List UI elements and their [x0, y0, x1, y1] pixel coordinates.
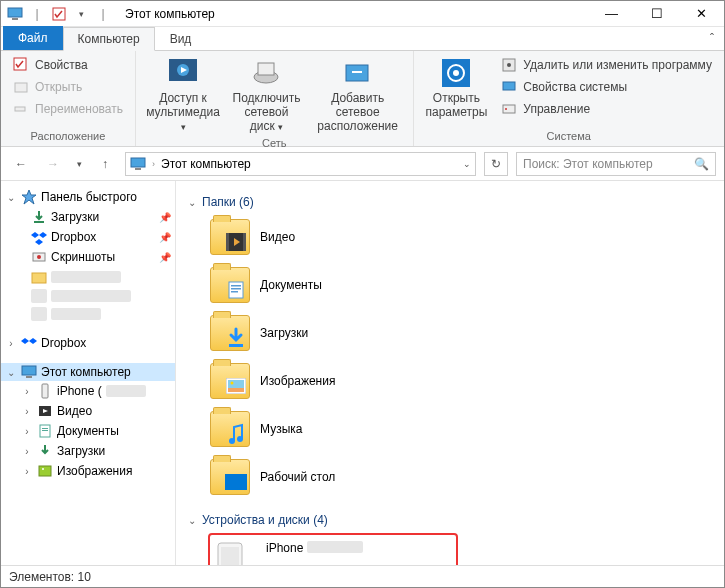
sidebar-iphone[interactable]: › iPhone (: [1, 381, 175, 401]
netdrive-icon: [250, 57, 282, 89]
section-folders[interactable]: ⌄ Папки (6): [188, 189, 712, 215]
sidebar-dropbox-root[interactable]: › Dropbox: [1, 333, 175, 353]
tab-computer[interactable]: Компьютер: [63, 27, 155, 51]
properties-icon: [13, 57, 29, 73]
ribbon-group-network: Доступ кмультимедиа ▾ Подключитьсетевой …: [136, 51, 414, 146]
sidebar-hidden3[interactable]: [1, 305, 175, 323]
qat-properties-icon[interactable]: [49, 4, 69, 24]
svg-rect-21: [131, 158, 145, 167]
addlocation-label: Добавить сетевоерасположение: [315, 92, 401, 133]
search-icon: 🔍: [694, 157, 709, 171]
minimize-button[interactable]: —: [589, 1, 634, 27]
svg-rect-30: [32, 273, 46, 283]
sidebar-item-label: Панель быстрого: [41, 190, 137, 204]
svg-marker-25: [31, 232, 39, 238]
folder-pictures[interactable]: Изображения: [208, 359, 458, 403]
thispc-icon[interactable]: [5, 4, 25, 24]
statusbar-text: Элементов: 10: [9, 570, 91, 584]
sidebar-dropbox[interactable]: Dropbox 📌: [1, 227, 175, 247]
quick-access-toolbar: | ▾ |: [1, 4, 117, 24]
device-label: iPhone: [266, 541, 363, 555]
breadcrumb[interactable]: › Этот компьютер ⌄: [125, 152, 476, 176]
sidebar-item-label: Dropbox: [41, 336, 86, 350]
svg-rect-53: [228, 380, 244, 388]
screenshot-icon: [31, 249, 47, 265]
svg-marker-32: [29, 338, 37, 344]
folder-label: Рабочий стол: [260, 470, 335, 484]
rename-icon: [13, 101, 29, 117]
folder-icon: [31, 289, 47, 303]
breadcrumb-dropdown-icon[interactable]: ⌄: [463, 159, 471, 169]
svg-rect-34: [26, 376, 32, 378]
statusbar: Элементов: 10: [1, 565, 724, 587]
svg-marker-31: [21, 338, 29, 344]
close-button[interactable]: ✕: [679, 1, 724, 27]
media-access-button[interactable]: Доступ кмультимедиа ▾: [144, 55, 222, 135]
refresh-button[interactable]: ↻: [484, 152, 508, 176]
star-icon: [21, 189, 37, 205]
back-button[interactable]: ←: [9, 152, 33, 176]
sidebar-videos[interactable]: › Видео: [1, 401, 175, 421]
section-label: Папки (6): [202, 195, 254, 209]
tab-view[interactable]: Вид: [155, 27, 207, 50]
sysprops-button[interactable]: Свойства системы: [497, 77, 716, 97]
device-iphone[interactable]: iPhone: [208, 533, 458, 567]
sidebar-item-label: Видео: [57, 404, 92, 418]
folder-downloads[interactable]: Загрузки: [208, 311, 458, 355]
open-settings-button[interactable]: Открытьпараметры: [422, 55, 492, 128]
svg-rect-39: [42, 428, 48, 429]
sidebar-screenshots[interactable]: Скриншоты 📌: [1, 247, 175, 267]
sidebar-item-label: Этот компьютер: [41, 365, 131, 379]
forward-button[interactable]: →: [41, 152, 65, 176]
group-system-label: Система: [422, 128, 716, 144]
maximize-button[interactable]: ☐: [634, 1, 679, 27]
sidebar-quickaccess[interactable]: ⌄ Панель быстрого: [1, 187, 175, 207]
svg-rect-35: [42, 384, 48, 398]
map-drive-button[interactable]: Подключитьсетевой диск ▾: [228, 55, 305, 135]
sidebar-downloads2[interactable]: › Загрузки: [1, 441, 175, 461]
download-icon: [31, 209, 47, 225]
folder-desktop[interactable]: Рабочий стол: [208, 455, 458, 499]
video-icon: [37, 403, 53, 419]
sidebar-item-label: Загрузки: [57, 444, 105, 458]
sidebar-pictures[interactable]: › Изображения: [1, 461, 175, 481]
svg-rect-50: [231, 291, 238, 293]
folder-videos[interactable]: Видео: [208, 215, 458, 259]
uninstall-button[interactable]: Удалить или изменить программу: [497, 55, 716, 75]
svg-rect-41: [39, 466, 51, 476]
titlebar: | ▾ | Этот компьютер — ☐ ✕: [1, 1, 724, 27]
music-folder-icon: [210, 411, 250, 447]
svg-rect-10: [258, 63, 274, 75]
qat-dropdown-icon[interactable]: ▾: [71, 4, 91, 24]
up-button[interactable]: ↑: [93, 152, 117, 176]
sidebar-thispc[interactable]: ⌄ Этот компьютер: [1, 363, 175, 381]
section-devices[interactable]: ⌄ Устройства и диски (4): [188, 507, 712, 533]
search-placeholder: Поиск: Этот компьютер: [523, 157, 653, 171]
svg-rect-44: [226, 233, 229, 251]
sidebar-item-label: Изображения: [57, 464, 132, 478]
sidebar-downloads[interactable]: Загрузки 📌: [1, 207, 175, 227]
ribbon-collapse-icon[interactable]: ˆ: [700, 28, 724, 50]
sidebar-item-label: [51, 271, 121, 283]
file-tab[interactable]: Файл: [3, 26, 63, 50]
svg-point-29: [37, 255, 41, 259]
sidebar-documents[interactable]: › Документы: [1, 421, 175, 441]
svg-point-15: [453, 70, 459, 76]
svg-point-55: [231, 382, 234, 385]
folder-music[interactable]: Музыка: [208, 407, 458, 451]
svg-rect-19: [503, 105, 515, 113]
recent-dropdown[interactable]: ▾: [73, 152, 85, 176]
download-folder-icon: [210, 315, 250, 351]
svg-point-42: [42, 468, 44, 470]
properties-button[interactable]: Свойства: [9, 55, 127, 75]
svg-rect-5: [15, 107, 25, 111]
picture-icon: [37, 463, 53, 479]
manage-button[interactable]: Управление: [497, 99, 716, 119]
search-input[interactable]: Поиск: Этот компьютер 🔍: [516, 152, 716, 176]
add-location-button[interactable]: Добавить сетевоерасположение: [311, 55, 405, 135]
sidebar-hidden1[interactable]: [1, 267, 175, 287]
sidebar-hidden2[interactable]: [1, 287, 175, 305]
folder-documents[interactable]: Документы: [208, 263, 458, 307]
svg-point-17: [507, 63, 511, 67]
folder-label: Музыка: [260, 422, 302, 436]
